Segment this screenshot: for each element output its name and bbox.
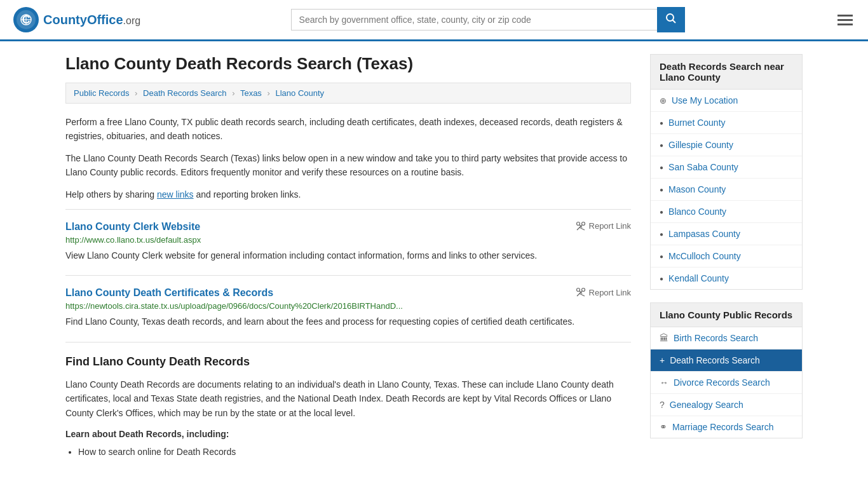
dot-icon: ● [660,231,663,238]
resource-url: https://newtools.cira.state.tx.us/upload… [65,301,631,311]
search-icon [665,13,677,24]
resource-description: View Llano County Clerk website for gene… [65,248,631,262]
record-link-icon: ↔ [660,377,668,388]
menu-line [837,15,853,17]
breadcrumb: Public Records › Death Records Search › … [65,83,631,104]
resource-title[interactable]: Llano County Clerk Website [65,221,200,233]
hamburger-menu-button[interactable] [835,12,855,28]
public-records-link-marriage-records-search[interactable]: ⚭Marriage Records Search [651,416,802,438]
svg-point-8 [576,222,580,225]
svg-line-11 [580,227,585,230]
resource-description: Find Llano County, Texas death records, … [65,315,631,329]
nearby-county-link[interactable]: ●San Saba County [651,156,802,179]
find-section: Find Llano County Death Records Llano Co… [65,342,631,459]
use-my-location-link[interactable]: ⊕ Use My Location [651,90,802,112]
search-input[interactable] [291,9,657,30]
new-links-link[interactable]: new links [157,189,194,200]
sidebar: Death Records Search near Llano County ⊕… [650,54,803,463]
description-2: The Llano County Death Records Search (T… [65,151,631,180]
site-header: C CountyOffice.org [0,0,868,41]
learn-list-item: How to search online for Death Records [78,445,631,459]
dot-icon: ● [660,253,663,260]
search-button[interactable] [657,7,685,32]
breadcrumb-death-records-search[interactable]: Death Records Search [143,88,227,98]
resource-block-2: Llano County Death Certificates & Record… [65,275,631,335]
main-container: Llano County Death Records Search (Texas… [53,41,815,475]
nearby-county-link[interactable]: ●Blanco County [651,201,802,223]
svg-point-14 [581,288,585,292]
resource-header: Llano County Death Certificates & Record… [65,287,631,299]
nearby-links: ⊕ Use My Location ●Burnet County●Gillesp… [650,90,803,290]
breadcrumb-llano-county[interactable]: Llano County [275,88,324,98]
page-title: Llano County Death Records Search (Texas… [65,54,631,74]
dot-icon: ● [660,164,663,171]
nearby-county-link[interactable]: ●Lampasas County [651,223,802,245]
find-title: Find Llano County Death Records [65,355,631,369]
nearby-section-title: Death Records Search near Llano County [650,54,803,90]
record-link-icon: 🏛 [660,333,668,343]
resource-block-1: Llano County Clerk Website Report Link h… [65,209,631,269]
breadcrumb-texas[interactable]: Texas [240,88,262,98]
nearby-counties-container: ●Burnet County●Gillespie County●San Saba… [651,112,802,289]
dot-icon: ● [660,275,663,282]
learn-title: Learn about Death Records, including: [65,429,631,439]
scissors-icon [576,287,586,297]
svg-point-9 [581,222,585,225]
logo-text: CountyOffice.org [43,13,140,27]
breadcrumb-public-records[interactable]: Public Records [74,88,129,98]
svg-point-13 [576,288,580,292]
svg-line-16 [580,294,585,296]
svg-line-12 [577,225,582,230]
public-records-link-divorce-records-search[interactable]: ↔Divorce Records Search [651,372,802,394]
nearby-county-link[interactable]: ●Kendall County [651,268,802,289]
public-records-link-birth-records-search[interactable]: 🏛Birth Records Search [651,327,802,349]
menu-line [837,24,853,25]
logo-icon: C [13,6,39,33]
description-3: Help others by sharing new links and rep… [65,187,631,201]
resource-header: Llano County Clerk Website Report Link [65,221,631,233]
dot-icon: ● [660,208,663,215]
public-records-link-death-records-search[interactable]: +Death Records Search [651,349,802,372]
nearby-county-link[interactable]: ●McCulloch County [651,245,802,268]
dot-icon: ● [660,186,663,193]
record-link-icon: ? [660,400,665,410]
logo[interactable]: C CountyOffice.org [13,6,140,33]
svg-point-6 [667,14,674,21]
svg-line-7 [672,20,675,24]
report-link-button[interactable]: Report Link [576,221,631,231]
resources-container: Llano County Clerk Website Report Link h… [65,209,631,336]
record-link-icon: + [660,355,665,365]
report-link-button[interactable]: Report Link [576,287,631,297]
nearby-county-link[interactable]: ●Burnet County [651,112,802,134]
description-1: Perform a free Llano County, TX public d… [65,115,631,144]
dot-icon: ● [660,142,663,149]
location-icon: ⊕ [660,96,667,105]
content-area: Llano County Death Records Search (Texas… [65,54,631,463]
public-records-section-title: Llano County Public Records [650,302,803,327]
nearby-county-link[interactable]: ●Mason County [651,179,802,201]
public-records-section: Llano County Public Records 🏛Birth Recor… [650,302,803,438]
learn-list: How to search online for Death Records [65,445,631,459]
svg-line-17 [577,291,582,296]
record-link-icon: ⚭ [660,422,667,432]
public-records-links: 🏛Birth Records Search+Death Records Sear… [650,327,803,438]
dot-icon: ● [660,119,663,126]
scissors-icon [576,221,586,231]
menu-line [837,19,853,21]
find-description: Llano County Death Records are documents… [65,377,631,420]
search-area [291,7,685,32]
nearby-section: Death Records Search near Llano County ⊕… [650,54,803,290]
resource-url: http://www.co.llano.tx.us/default.aspx [65,235,631,245]
resource-title[interactable]: Llano County Death Certificates & Record… [65,287,273,299]
public-records-link-genealogy-search[interactable]: ?Genealogy Search [651,394,802,416]
nearby-county-link[interactable]: ●Gillespie County [651,134,802,156]
